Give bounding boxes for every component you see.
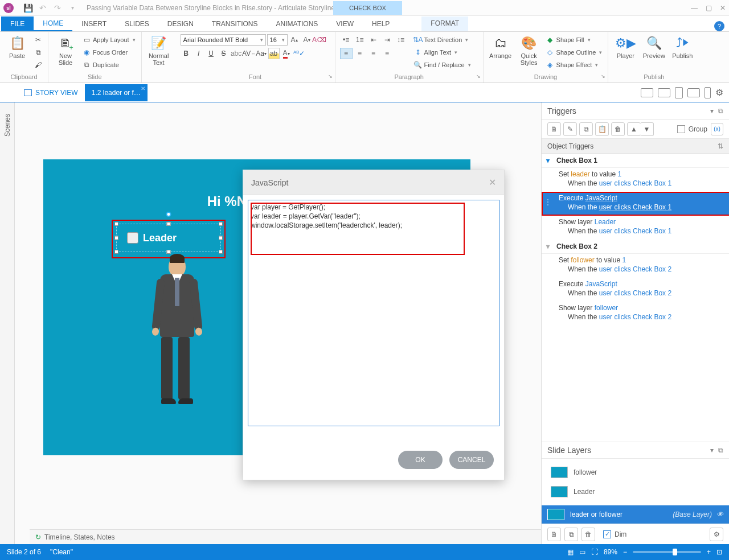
paragraph-launcher-icon[interactable]: ↘ [476, 73, 481, 79]
tab-animations[interactable]: ANIMATIONS [267, 17, 327, 31]
tab-transitions[interactable]: TRANSITIONS [203, 17, 267, 31]
new-layer-button[interactable]: 🗎 [547, 528, 561, 541]
clear-formatting-button[interactable]: A⌫ [314, 34, 325, 46]
shape-effect-button[interactable]: ◈Shape Effect▾ [545, 59, 604, 71]
ok-button[interactable]: OK [398, 451, 443, 469]
qat-customize-icon[interactable]: ▾ [66, 2, 79, 14]
font-launcher-icon[interactable]: ↘ [328, 73, 333, 79]
redo-icon[interactable]: ↷ [51, 2, 64, 14]
story-view-tab[interactable]: STORY VIEW [17, 84, 85, 101]
paste-button[interactable]: 📋 Paste [5, 34, 30, 59]
trigger-object-checkbox2[interactable]: ▾Check Box 2 [542, 240, 729, 254]
grow-font-button[interactable]: A▴ [289, 34, 300, 46]
font-color-button[interactable]: A▾ [281, 48, 292, 59]
cut-button[interactable]: ✂ [33, 34, 43, 46]
new-slide-button[interactable]: 🗎＋ New Slide [53, 34, 78, 66]
triggers-menu-icon[interactable]: ▾ [710, 107, 714, 115]
player-button[interactable]: ⚙▶Player [613, 34, 638, 59]
resize-handle-n[interactable] [167, 222, 171, 226]
preview-button[interactable]: 🔍Preview [641, 34, 666, 59]
focus-order-button[interactable]: ◉Focus Order [81, 47, 137, 58]
shape-fill-button[interactable]: ◆Shape Fill▾ [545, 34, 604, 46]
resize-handle-e[interactable] [219, 236, 223, 240]
checkbox-object[interactable]: Leader [116, 224, 221, 252]
apply-layout-button[interactable]: ▭Apply Layout▾ [81, 34, 137, 46]
device-phone-landscape-icon[interactable] [687, 88, 700, 97]
caret-down-icon[interactable]: ▾ [546, 157, 550, 164]
font-name-select[interactable]: Arial Rounded MT Bold▾ [181, 34, 266, 46]
highlight-button[interactable]: ab [268, 48, 280, 59]
trigger-object-checkbox1[interactable]: ▾Check Box 1 [542, 154, 729, 168]
tab-home[interactable]: HOME [34, 17, 72, 31]
underline-button[interactable]: U [206, 48, 217, 59]
group-checkbox[interactable] [677, 125, 685, 133]
move-trigger-down-button[interactable]: ▼ [640, 122, 654, 136]
dim-checkbox[interactable]: ✓ [603, 530, 611, 538]
copy-trigger-button[interactable]: ⧉ [579, 122, 593, 136]
timeline-states-notes-bar[interactable]: ↻ Timeline, States, Notes [30, 529, 541, 544]
maximize-icon[interactable]: ▢ [706, 4, 712, 12]
align-text-button[interactable]: ⇕Align Text▾ [413, 47, 472, 58]
close-icon[interactable]: ✕ [720, 4, 726, 12]
minimize-icon[interactable]: — [691, 4, 698, 12]
rotate-handle[interactable] [166, 212, 171, 217]
change-case-button[interactable]: Aa▾ [256, 48, 267, 59]
resize-handle-nw[interactable] [114, 222, 118, 226]
help-icon[interactable]: ? [714, 21, 724, 31]
shape-outline-button[interactable]: ◇Shape Outline▾ [545, 47, 604, 58]
fullscreen-icon[interactable]: ⛶ [591, 548, 598, 556]
device-tablet-portrait-icon[interactable] [675, 87, 683, 98]
tab-design[interactable]: DESIGN [158, 17, 203, 31]
layers-popout-icon[interactable]: ⧉ [718, 446, 723, 454]
resize-handle-se[interactable] [219, 250, 223, 254]
timeline-expand-icon[interactable]: ↻ [35, 533, 41, 541]
numbering-button[interactable]: 1≡ [354, 34, 366, 46]
sort-triggers-icon[interactable]: ⇅ [718, 142, 723, 150]
layer-row-follower[interactable]: follower [548, 464, 722, 480]
grid-view-icon[interactable]: ▦ [567, 548, 574, 556]
undo-icon[interactable]: ↶ [36, 2, 49, 14]
tab-file[interactable]: FILE [1, 17, 34, 31]
variables-button[interactable]: (x) [711, 123, 723, 135]
duplicate-button[interactable]: ⧉Duplicate [81, 59, 137, 71]
drawing-launcher-icon[interactable]: ↘ [601, 73, 605, 79]
zoom-thumb[interactable] [673, 549, 677, 555]
strikethrough-button[interactable]: S [218, 48, 230, 59]
zoom-in-button[interactable]: + [707, 548, 711, 556]
align-left-button[interactable]: ≡ [340, 48, 353, 59]
line-spacing-button[interactable]: ↕≡ [395, 34, 407, 46]
trigger-item-3[interactable]: Show layer Leader When the user clicks C… [542, 216, 729, 240]
triggers-popout-icon[interactable]: ⧉ [718, 107, 723, 115]
trigger-item-1[interactable]: Set leader to value 1 When the user clic… [542, 168, 729, 192]
new-trigger-button[interactable]: 🗎 [547, 122, 561, 136]
base-layer-row[interactable]: leader or follower (Base Layer)👁 [542, 505, 729, 524]
justify-button[interactable]: ≡ [381, 48, 394, 59]
dialog-titlebar[interactable]: JavaScript ✕ [243, 170, 504, 195]
char-spacing-button[interactable]: AV↔ [243, 48, 255, 59]
resize-handle-s[interactable] [167, 250, 171, 254]
shrink-font-button[interactable]: A▾ [301, 34, 313, 46]
normal-text-button[interactable]: 📝 Normal Text [146, 34, 171, 66]
trigger-item-4[interactable]: Set follower to value 1 When the user cl… [542, 254, 729, 278]
caret-down-icon[interactable]: ▾ [546, 242, 550, 250]
align-center-button[interactable]: ≡ [354, 48, 366, 59]
tab-help[interactable]: HELP [363, 17, 399, 31]
text-direction-button[interactable]: ⇅AText Direction▾ [413, 34, 472, 46]
tab-insert[interactable]: INSERT [72, 17, 116, 31]
trigger-item-5[interactable]: Execute JavaScript When the user clicks … [542, 278, 729, 302]
copy-button[interactable]: ⧉ [33, 47, 43, 58]
close-tab-icon[interactable]: ✕ [141, 85, 145, 92]
move-trigger-up-button[interactable]: ▲ [627, 122, 641, 136]
quick-styles-button[interactable]: 🎨 Quick Styles [517, 34, 542, 66]
trigger-item-2-selected[interactable]: Execute JavaScript When the user clicks … [542, 192, 729, 216]
javascript-code-input[interactable]: var player = GetPlayer(); var leader = p… [248, 200, 499, 426]
canvas-area[interactable]: Hi %Name%, ar Leader [15, 102, 541, 544]
italic-button[interactable]: I [193, 48, 204, 59]
duplicate-layer-button[interactable]: ⧉ [564, 528, 578, 541]
delete-trigger-button[interactable]: 🗑 [611, 122, 625, 136]
fit-window-icon[interactable]: ⊡ [716, 548, 722, 556]
tab-view[interactable]: VIEW [327, 17, 363, 31]
layers-menu-icon[interactable]: ▾ [710, 446, 714, 454]
align-right-button[interactable]: ≡ [367, 48, 380, 59]
resize-handle-w[interactable] [114, 236, 118, 240]
